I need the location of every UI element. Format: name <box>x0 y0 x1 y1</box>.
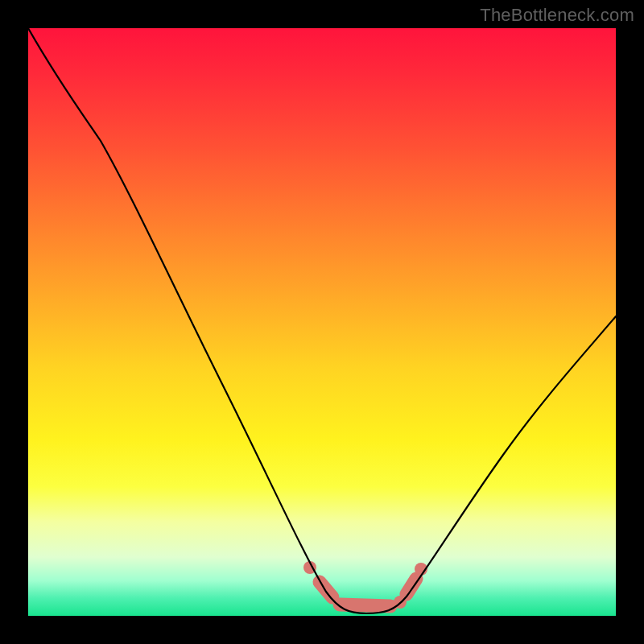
chart-svg <box>28 28 616 616</box>
watermark-text: TheBottleneck.com <box>480 5 634 26</box>
plot-area <box>28 28 616 616</box>
chart-frame: TheBottleneck.com <box>0 0 644 644</box>
bottleneck-curve <box>28 28 616 613</box>
highlight-segment <box>340 605 390 606</box>
